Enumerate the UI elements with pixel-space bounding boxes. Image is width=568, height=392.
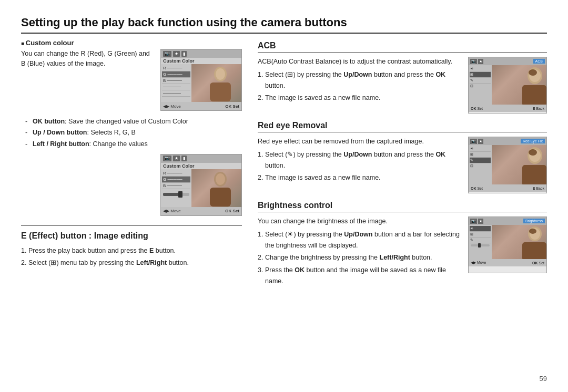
red-updown: Up/Down	[343, 151, 372, 158]
select-icon: ⊞	[50, 259, 56, 266]
red-eye-section: Red eye Removal Red eye effect can be re…	[258, 121, 547, 193]
left-column: Custom colour You can change the R (Red)…	[21, 39, 242, 295]
icon-photo: 📷	[163, 51, 171, 57]
leftright-bold: Left/Right	[136, 259, 167, 266]
acb-description: ACB(Auto Contrast Balance) is to adjust …	[258, 57, 461, 67]
re-icon-star: ★	[478, 139, 483, 144]
brightness-description: You can change the brightness of the ima…	[258, 216, 461, 226]
red-eye-icon: ✎	[287, 151, 293, 158]
bullet-leftright: - Left / Right button: Change the values	[25, 139, 242, 150]
brightness-leftright: Left/Right	[380, 254, 410, 261]
menu-item-r: R ─────	[162, 65, 190, 71]
br-label-tag: Brightness	[523, 219, 545, 223]
red-eye-camera: 📷 ★ Red Eye Fix ☀ ⊞ ✎ ⊡	[468, 137, 547, 193]
br-icon-cam: 📷	[470, 219, 477, 224]
photo-area-2	[191, 169, 241, 207]
acb-step-1: Select (⊞) by pressing the Up/Down butto…	[265, 69, 461, 92]
brightness-ok: OK	[295, 266, 305, 274]
menu-item-5: ──────	[162, 90, 190, 97]
e-button-header: E (Effect) button : Image editing	[21, 231, 242, 242]
menu-item-4: ──────	[162, 84, 190, 90]
re-label-tag: Red Eye Fix	[521, 139, 545, 143]
re-e-back: E Back	[533, 187, 544, 190]
camera-screen-1: 📷 ★ ▮ Custom Color R ───── G ───── B ───…	[160, 49, 242, 111]
menu-item-b2: B ─────	[162, 183, 190, 189]
custom-colour-section: Custom colour You can change the R (Red)…	[21, 39, 242, 111]
re-bottom: OK Set E Back	[469, 184, 546, 192]
acb-ok: OK	[435, 71, 445, 78]
bottom-bar-1: ◀▶ Move OK Set	[161, 102, 241, 110]
acb-menu: ☀ ⊞ ✎ ⊡	[469, 65, 492, 105]
icon-photo-2: 📷	[163, 156, 171, 161]
acb-icon-star: ★	[478, 59, 483, 64]
re-icon-cam: 📷	[470, 139, 477, 144]
menu-list-2: R ───── G ───── B ─────	[161, 169, 191, 207]
right-column: ACB ACB(Auto Contrast Balance) is to adj…	[258, 39, 547, 295]
acb-e-back: E Back	[533, 107, 544, 110]
br-move: ◀▶ Move	[471, 261, 486, 265]
move-label-2: ◀▶ Move	[163, 209, 181, 213]
re-person	[515, 145, 546, 184]
e-step-1: Press the play back button and press the…	[28, 245, 242, 256]
updown-button-value: : Selects R, G, B	[87, 129, 135, 136]
red-eye-description: Red eye effect can be removed from the c…	[258, 137, 461, 147]
brightness-steps: Select (☀) by pressing the Up/Down butto…	[265, 229, 461, 287]
brightness-camera: 📷 ★ Brightness ☀ ⊞ ✎	[468, 216, 547, 273]
acb-icon-cam: 📷	[470, 59, 477, 64]
move-label-1: ◀▶ Move	[163, 104, 181, 109]
bullet-updown: - Up / Down button: Selects R, G, B	[25, 127, 242, 138]
acb-header: ACB	[258, 41, 547, 53]
leftright-button-label: Left / Right button	[33, 140, 89, 148]
menu-item-g: G ─────	[162, 71, 190, 78]
brightness-step-1: Select (☀) by pressing the Up/Down butto…	[265, 229, 461, 252]
acb-ok-set: OK Set	[471, 107, 483, 110]
svg-point-5	[216, 173, 225, 185]
photo-placeholder-1	[191, 64, 241, 102]
acb-step-2: The image is saved as a new file name.	[265, 92, 461, 104]
bottom-bar-2: ◀▶ Move OK Set	[161, 207, 241, 215]
ok-set-1: OK Set	[225, 104, 239, 109]
e-button-steps: Press the play back button and press the…	[28, 245, 242, 269]
br-icon-star: ★	[478, 219, 483, 224]
svg-point-2	[216, 68, 225, 80]
red-eye-header: Red eye Removal	[258, 121, 547, 132]
acb-icon: ⊞	[287, 71, 293, 78]
svg-point-9	[529, 69, 537, 76]
screen-label-2: Custom Color	[161, 163, 241, 169]
acb-text: ACB(Auto Contrast Balance) is to adjust …	[258, 57, 461, 105]
acb-section: ACB ACB(Auto Contrast Balance) is to adj…	[258, 41, 547, 114]
red-eye-steps: Select (✎) by pressing the Up/Down butto…	[265, 149, 461, 184]
person-silhouette-2	[198, 170, 235, 207]
brightness-step-2: Change the brightness by pressing the Le…	[265, 252, 461, 263]
custom-colour-label: Custom colour	[21, 39, 242, 47]
bullet-list: - OK button: Save the changed value of C…	[25, 116, 242, 150]
re-photo	[492, 145, 546, 184]
svg-rect-11	[522, 165, 546, 184]
red-ok: OK	[435, 151, 445, 158]
camera-screen-2: 📷 ★ ▮ Custom Color R ───── G ───── B ───…	[160, 154, 242, 216]
acb-camera: 📷 ★ ACB ☀ ⊞ ✎ ⊡	[468, 57, 547, 114]
br-ok-set: OK Set	[532, 261, 544, 265]
page-title: Setting up the play back function using …	[21, 16, 547, 34]
acb-updown: Up/Down	[343, 71, 372, 78]
svg-point-13	[529, 149, 537, 156]
e-bold: E	[149, 247, 154, 254]
br-person	[515, 225, 546, 259]
acb-bottom: OK Set E Back	[469, 105, 546, 112]
icon-star: ★	[173, 51, 180, 57]
menu-item-b: B ─────	[162, 78, 190, 84]
icon-star-2: ★	[173, 156, 180, 161]
brightness-icon: ☀	[287, 231, 293, 238]
leftright-button-value: : Change the values	[89, 140, 148, 148]
svg-rect-15	[522, 242, 546, 259]
menu-item-r2: R ─────	[162, 170, 190, 177]
photo-placeholder-2	[191, 169, 241, 207]
br-photo	[492, 225, 546, 259]
brightness-text: You can change the brightness of the ima…	[258, 216, 461, 288]
red-eye-text: Red eye effect can be removed from the c…	[258, 137, 461, 185]
svg-point-17	[529, 229, 536, 234]
acb-person	[515, 65, 546, 105]
acb-photo	[492, 65, 546, 105]
ok-set-2: OK Set	[225, 209, 239, 213]
brightness-section: Brightness control You can change the br…	[258, 201, 547, 288]
